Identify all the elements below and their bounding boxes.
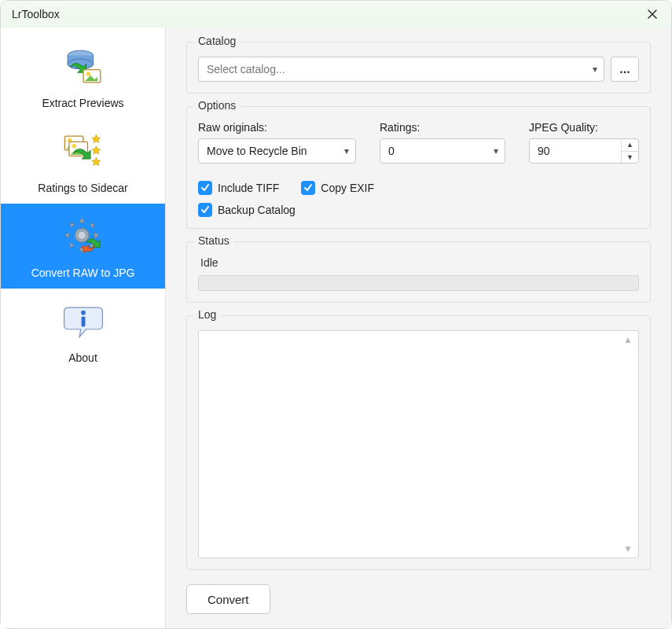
catalog-placeholder: Select catalog... <box>207 63 285 75</box>
scroll-down-icon: ▼ <box>623 543 636 554</box>
sidebar-item-label: About <box>68 351 97 364</box>
copy-exif-checkbox[interactable]: Copy EXIF <box>301 181 374 195</box>
app-window: LrToolbox Extract Previ <box>0 0 672 629</box>
sidebar-item-label: Convert RAW to JPG <box>31 267 135 279</box>
chevron-down-icon: ▾ <box>593 64 597 75</box>
ratings-label: Ratings: <box>380 121 505 134</box>
log-group: Log ▲ ▼ <box>186 315 651 570</box>
sidebar-item-extract-previews[interactable]: Extract Previews <box>1 34 165 119</box>
status-text: Idle <box>198 256 639 269</box>
main-panel: Catalog Select catalog... ▾ ... Options … <box>166 28 671 628</box>
convert-button-label: Convert <box>207 593 249 606</box>
status-legend: Status <box>193 234 234 247</box>
log-textarea[interactable]: ▲ ▼ <box>198 330 639 558</box>
log-scrollbar[interactable]: ▲ ▼ <box>623 334 636 554</box>
ratings-value: 0 <box>388 145 395 157</box>
include-tiff-checkbox[interactable]: Include TIFF <box>198 181 279 195</box>
checkbox-icon <box>198 181 212 195</box>
catalog-legend: Catalog <box>193 35 241 47</box>
close-button[interactable] <box>641 3 663 25</box>
about-icon <box>58 296 108 347</box>
svg-point-10 <box>81 311 86 315</box>
catalog-group: Catalog Select catalog... ▾ ... <box>186 42 651 94</box>
jpeg-quality-spinner[interactable]: 90 ▲ ▼ <box>529 138 639 164</box>
scroll-up-icon: ▲ <box>623 334 636 345</box>
sidebar-item-convert-raw[interactable]: Convert RAW to JPG <box>1 204 165 289</box>
checkbox-icon <box>198 203 212 217</box>
ratings-select[interactable]: 0 ▾ <box>380 138 505 164</box>
sidebar-item-label: Extract Previews <box>42 97 123 109</box>
status-group: Status Idle <box>186 241 651 303</box>
sidebar-item-ratings-sidecar[interactable]: Ratings to Sidecar <box>1 119 165 204</box>
chevron-down-icon: ▾ <box>494 145 498 156</box>
titlebar: LrToolbox <box>1 1 671 28</box>
ratings-sidecar-icon <box>58 127 108 177</box>
options-legend: Options <box>193 99 241 112</box>
sidebar-item-label: Ratings to Sidecar <box>38 182 127 194</box>
window-body: Extract Previews <box>1 28 671 628</box>
copy-exif-label: Copy EXIF <box>321 182 374 194</box>
raw-originals-select[interactable]: Move to Recycle Bin ▾ <box>198 138 356 164</box>
svg-point-9 <box>78 232 85 239</box>
spinner-up-button[interactable]: ▲ <box>622 139 638 151</box>
close-icon <box>647 9 658 20</box>
chevron-down-icon: ▾ <box>344 145 349 156</box>
catalog-select[interactable]: Select catalog... ▾ <box>198 57 604 82</box>
jpeg-quality-label: JPEG Quality: <box>529 121 639 134</box>
checkbox-icon <box>301 181 315 195</box>
sidebar-item-about[interactable]: About <box>1 289 165 373</box>
raw-originals-label: Raw originals: <box>198 121 356 134</box>
raw-originals-value: Move to Recycle Bin <box>207 145 307 157</box>
extract-previews-icon <box>58 42 108 92</box>
log-legend: Log <box>193 308 221 321</box>
ellipsis-icon: ... <box>619 62 630 76</box>
svg-point-7 <box>72 144 75 148</box>
window-title: LrToolbox <box>12 8 641 20</box>
backup-catalog-label: Backup Catalog <box>218 204 296 216</box>
convert-raw-icon <box>58 212 108 262</box>
spinner-down-button[interactable]: ▼ <box>622 151 638 164</box>
sidebar: Extract Previews <box>1 28 166 628</box>
catalog-browse-button[interactable]: ... <box>611 57 639 82</box>
convert-button[interactable]: Convert <box>186 584 270 614</box>
svg-rect-11 <box>81 317 85 327</box>
backup-catalog-checkbox[interactable]: Backup Catalog <box>198 203 296 217</box>
jpeg-quality-value: 90 <box>530 139 621 163</box>
options-group: Options Raw originals: Move to Recycle B… <box>186 106 651 229</box>
svg-point-3 <box>86 72 90 75</box>
include-tiff-label: Include TIFF <box>218 182 279 194</box>
progress-bar <box>198 275 639 291</box>
